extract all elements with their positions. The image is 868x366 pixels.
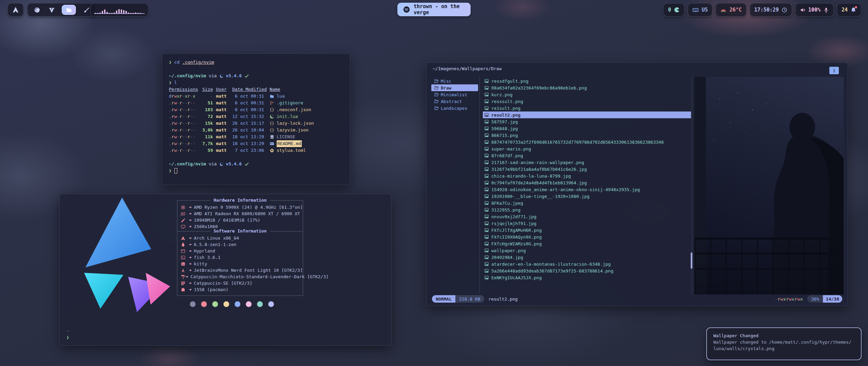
updates-module[interactable]: 0 — [663, 3, 685, 17]
app-launcher-button[interactable] — [7, 3, 24, 17]
fetch-entry-text: 10948MiB / 64183MiB (17%) — [194, 217, 260, 223]
file-item[interactable]: 8FKa7Cu.jpeg — [483, 200, 691, 206]
terminal-prompt-line: ❯ — [169, 167, 343, 174]
clock-module[interactable]: 17:50:29 — [750, 3, 792, 17]
file-size: 72 — [199, 113, 213, 120]
image-icon — [484, 92, 489, 97]
file-item[interactable]: re1sult.png — [483, 105, 691, 111]
file-item[interactable]: FXfcHgcWIAMzs0G.png — [483, 240, 691, 247]
file-item-label: super-mario.png — [491, 146, 531, 151]
file-item[interactable]: 08a634fa02a32364f69ebc86a98eb1eb.png — [483, 84, 691, 91]
file-manager-window[interactable]: ~/Imagenes/Wallpapers/Draw 1 MiscDrawMin… — [426, 62, 848, 306]
arrow-icon: ➜ — [189, 248, 192, 254]
file-item[interactable]: nnvuv0xj2df71.jpg — [483, 213, 691, 220]
file-permissions: .rw-r--r-- — [169, 140, 199, 147]
notification-toast[interactable]: Wallpaper Changed Wallpaper changed to /… — [706, 327, 862, 360]
weather-module[interactable]: 26°C — [715, 3, 746, 17]
file-item-label: 3126f7e9bbf21a8a4af0b67b041c6e26.jpg — [491, 167, 587, 172]
keyboard-icon — [692, 7, 699, 13]
file-item[interactable]: 5a266e448add93deab367d87173e9f25-6837886… — [483, 267, 691, 274]
sidebar-item-minimalist[interactable]: Minimalist — [431, 91, 478, 98]
file-item-label: 08a634fa02a32364f69ebc86a98eb1eb.png — [491, 85, 587, 90]
memory-icon — [181, 218, 189, 223]
file-date: 12 oct 15:32 — [232, 113, 267, 120]
file-item[interactable]: 68747470733a2f2f696d616765732d7769786d70… — [483, 139, 691, 145]
fetch-entry: ➜AMD ATI Radeon RX 6800/6800 XT / 6900 X… — [181, 210, 303, 217]
file-item[interactable]: FXfcII0X0AQyn9X.png — [483, 233, 691, 240]
file-item[interactable]: EeNKYgIUcAAJ5JX.png — [483, 274, 691, 281]
file-item[interactable]: FXfcJlTXgAMvH6R.png — [483, 227, 691, 233]
file-item[interactable]: 87r687df.png — [483, 152, 691, 159]
file-item[interactable]: 20492984.jpg — [483, 254, 691, 261]
speaker-icon — [800, 7, 806, 13]
file-item[interactable]: 217167-sad-anime-rain-wallpaper.png — [483, 159, 691, 166]
file-item[interactable]: 154928-odinokoe_anime-art-anime-okno-sin… — [483, 186, 691, 193]
sidebar-item-misc[interactable]: Misc — [431, 78, 478, 84]
file-item-label: 0c794faf07de24a4db4d4fb1eb813964.jpg — [491, 180, 587, 185]
dock-item-vim[interactable] — [47, 5, 56, 15]
file-name-label: lazy-lock.json — [277, 120, 314, 127]
audio-visualizer-widget[interactable] — [90, 3, 149, 17]
dock-item-folder[interactable] — [62, 5, 76, 15]
status-bar: NORMAL 218.8 KB result2.png -rwxrwxrwx 3… — [432, 295, 842, 303]
file-name-label: LICENSE — [277, 134, 295, 140]
sidebar-item-label: Minimalist — [441, 92, 467, 97]
sidebar-item-abstract[interactable]: Abstract — [431, 98, 478, 105]
file-permissions: .rw-r--r-- — [169, 134, 199, 140]
file-item[interactable]: ressdfgult.png — [483, 78, 691, 84]
file-date: 26 oct 10:04 — [232, 127, 267, 134]
image-icon — [484, 140, 489, 144]
file-name: .gitignore — [270, 100, 303, 106]
image-preview — [694, 77, 844, 294]
dock-item-firefox[interactable] — [33, 5, 41, 15]
file-item[interactable]: resssult.png — [483, 98, 691, 105]
file-name-label: stylua.toml — [277, 147, 306, 154]
file-item[interactable]: 19201080-__blue-tinge__-1920×1080.jpg — [483, 193, 691, 200]
cpu-icon — [181, 205, 189, 210]
system-fetch-window[interactable]: Hardware Information ➜AMD Ryzen 9 5900X … — [59, 194, 392, 346]
file-item[interactable]: super-mario.png — [483, 145, 691, 152]
rainbow-icon — [720, 7, 727, 13]
calendar-module[interactable]: 24 — [837, 3, 861, 17]
notification-body: luna/walls/crystals.png — [713, 345, 854, 352]
file-item[interactable]: 3126f7e9bbf21a8a4af0b67b041c6e26.jpg — [483, 166, 691, 172]
terminal-window[interactable]: ❯cd.config/nvim ~/.config/nvimviav5.4.6 … — [162, 54, 350, 185]
file-item[interactable]: atardecer-en-la-montanas-ilustracion-634… — [483, 261, 691, 267]
sidebar-item-landscapes[interactable]: Landscapes — [431, 105, 478, 111]
media-player-widget[interactable]: thrown - on the verge — [397, 3, 471, 16]
folder-open-icon — [434, 92, 439, 97]
mode-indicator: NORMAL — [432, 295, 455, 303]
scroll-percent: 36% — [807, 295, 823, 303]
arrow-icon: ➜ — [189, 267, 192, 273]
file-item[interactable]: 596848.jpg — [483, 125, 691, 132]
file-item[interactable]: 587597.jpg — [483, 118, 691, 125]
clock-icon — [782, 7, 787, 13]
terminal-command-line: ❯cd.config/nvim — [169, 59, 343, 66]
audio-module[interactable]: 100% — [795, 3, 834, 17]
file-name-label: README.md — [277, 140, 302, 147]
list-scrollbar-thumb[interactable] — [691, 252, 692, 269]
file-item[interactable]: chica-mirando-la-luna-8799.jpg — [483, 172, 691, 179]
file-item[interactable]: rsjqojlmjhf91.jpg — [483, 220, 691, 227]
keyboard-module[interactable]: US — [688, 3, 712, 17]
file-item[interactable]: 3122955.png — [483, 206, 691, 213]
prompt-context-line: ~/.config/nvimviav5.4.6 — [169, 161, 343, 167]
file-item[interactable]: 0c794faf07de24a4db4d4fb1eb813964.jpg — [483, 179, 691, 186]
file-item[interactable]: wallpaper.png — [483, 247, 691, 254]
file-name: README.md — [270, 140, 302, 147]
file-item[interactable]: result2.png — [483, 111, 691, 118]
font-icon — [181, 268, 189, 273]
image-icon — [484, 262, 489, 266]
file-item-label: 19201080-__blue-tinge__-1920×1080.jpg — [491, 194, 590, 199]
sidebar-item-label: Landscapes — [441, 106, 467, 111]
file-item[interactable]: 866715.png — [483, 132, 691, 139]
notification-body: Wallpaper changed to /home/matt/.config/… — [713, 339, 854, 345]
file-name: lazyvim.json — [270, 127, 309, 134]
image-icon — [484, 174, 489, 178]
file-date: 7 oct 23:06 — [232, 147, 267, 154]
file-date: 6 oct 00:31 — [232, 93, 267, 100]
sidebar-item-draw[interactable]: Draw — [431, 84, 478, 91]
file-item[interactable]: kurz.png — [483, 91, 691, 98]
file-size: 59 — [199, 147, 213, 154]
dock-item-brush[interactable] — [82, 5, 91, 15]
